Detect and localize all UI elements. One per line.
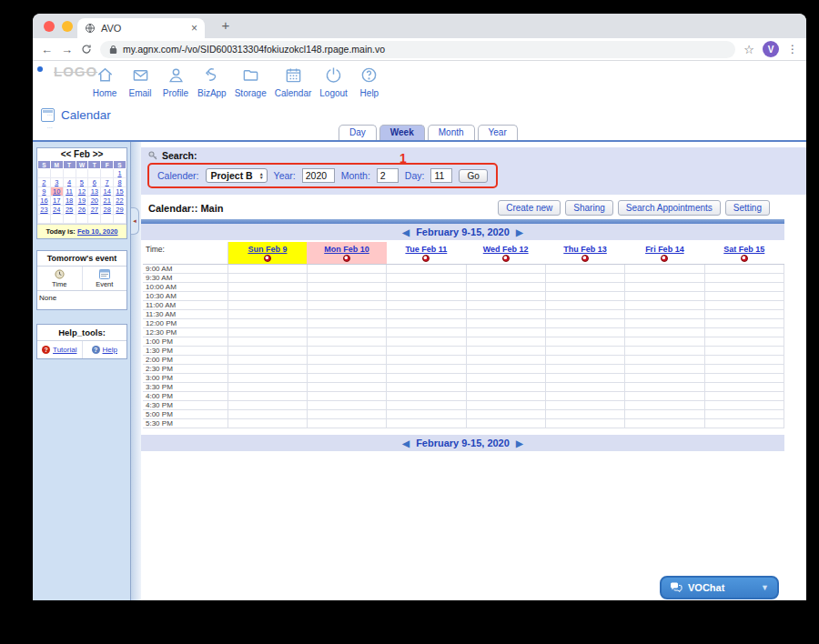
time-slot-cell[interactable] [307,337,386,346]
mini-calendar-day-link[interactable]: 9 [42,187,46,196]
time-slot-cell[interactable] [466,382,545,391]
mini-calendar-day-link[interactable]: 12 [78,187,86,196]
mini-calendar-day-link[interactable]: 8 [117,178,121,186]
mini-calendar-day-link[interactable]: 16 [40,196,47,205]
time-slot-cell[interactable] [625,382,704,391]
day-header-link[interactable]: Mon Feb 10 [307,242,386,254]
time-slot-cell[interactable] [228,409,307,418]
day-input[interactable] [430,168,452,183]
mini-calendar-day-cell[interactable]: 3 [50,178,63,187]
time-slot-cell[interactable] [228,264,307,273]
time-slot-cell[interactable] [228,291,307,300]
month-input[interactable] [377,168,399,183]
time-slot-cell[interactable] [387,382,466,391]
new-appointment-icon[interactable] [581,255,589,262]
calendar-select[interactable]: Project B ▲▼ [206,168,268,183]
search-appointments-button[interactable]: Search Appointments [618,200,721,216]
time-slot-cell[interactable] [228,327,307,337]
mini-calendar-day-link[interactable]: 3 [55,178,58,186]
time-slot-cell[interactable] [228,282,307,291]
time-slot-cell[interactable] [625,391,704,400]
nav-item-profile[interactable]: Profile [162,66,189,98]
setting-button[interactable]: Setting [725,200,770,216]
mini-calendar-day-link[interactable]: 24 [53,206,60,214]
time-slot-cell[interactable] [387,300,466,309]
time-slot-cell[interactable] [625,337,704,346]
next-week-icon[interactable]: ▶ [512,227,527,237]
time-slot-cell[interactable] [387,391,466,400]
time-slot-cell[interactable] [387,364,466,373]
mini-calendar-day-cell[interactable]: 13 [88,187,101,196]
mini-calendar-day-link[interactable]: 11 [66,187,73,196]
time-slot-cell[interactable] [387,346,466,355]
time-slot-cell[interactable] [466,409,545,418]
time-slot-cell[interactable] [704,409,784,418]
mini-calendar-day-cell[interactable]: 1 [114,169,126,178]
sidebar-splitter[interactable]: ◄ [130,142,141,600]
sharing-button[interactable]: Sharing [565,200,612,216]
time-slot-cell[interactable] [625,409,704,418]
nav-item-help[interactable]: Help [356,66,383,98]
time-slot-cell[interactable] [625,291,704,300]
tutorial-link[interactable]: Tutorial [53,346,76,354]
nav-item-storage[interactable]: Storage [235,66,267,98]
mini-calendar-day-cell[interactable]: 5 [76,178,88,187]
mini-calendar-day-link[interactable]: 4 [67,178,71,186]
time-slot-cell[interactable] [466,291,545,300]
time-slot-cell[interactable] [704,382,784,391]
day-header-link[interactable]: Tue Feb 11 [387,242,466,254]
day-header-link[interactable]: Fri Feb 14 [625,242,704,254]
close-tab-icon[interactable]: × [191,22,197,35]
time-slot-cell[interactable] [466,355,545,364]
time-slot-cell[interactable] [545,418,624,428]
new-appointment-icon[interactable] [741,255,748,262]
time-slot-cell[interactable] [387,373,466,382]
year-input[interactable] [302,168,335,183]
time-slot-cell[interactable] [625,355,704,364]
time-slot-cell[interactable] [704,264,784,273]
time-slot-cell[interactable] [704,273,784,282]
new-appointment-icon[interactable] [661,255,668,262]
prev-week-icon[interactable]: ◀ [399,438,413,448]
time-slot-cell[interactable] [625,318,704,327]
time-slot-cell[interactable] [307,318,386,327]
day-header-link[interactable]: Thu Feb 13 [545,242,624,254]
mini-calendar-day-cell[interactable]: 25 [63,206,76,215]
time-slot-cell[interactable] [545,409,624,418]
new-appointment-icon[interactable] [264,255,271,262]
address-bar[interactable]: my.agnx.com/-/vo/SID600313304fokiuzokcl1… [100,41,735,58]
time-slot-cell[interactable] [307,409,386,418]
time-slot-cell[interactable] [387,264,466,273]
time-slot-cell[interactable] [307,373,386,382]
mini-calendar-day-link[interactable]: 22 [116,196,123,205]
time-slot-cell[interactable] [625,327,704,337]
time-slot-cell[interactable] [307,355,386,364]
mini-calendar-day-link[interactable]: 6 [93,178,96,186]
mini-calendar-day-cell[interactable]: 24 [50,206,63,215]
time-slot-cell[interactable] [387,337,466,346]
time-slot-cell[interactable] [625,282,704,291]
minimize-window-icon[interactable] [62,21,73,32]
time-slot-cell[interactable] [387,282,466,291]
mini-calendar-day-cell[interactable]: 20 [88,196,101,206]
time-slot-cell[interactable] [228,309,307,318]
browser-tab[interactable]: AVO × [77,18,205,38]
time-slot-cell[interactable] [307,282,386,291]
time-slot-cell[interactable] [466,327,545,337]
help-link[interactable]: Help [103,346,117,354]
mini-calendar-day-link[interactable]: 26 [78,206,86,214]
time-slot-cell[interactable] [545,291,624,300]
time-slot-cell[interactable] [307,309,386,318]
time-slot-cell[interactable] [704,346,784,355]
time-slot-cell[interactable] [545,337,624,346]
mini-calendar-day-cell[interactable]: 16 [38,196,51,206]
time-slot-cell[interactable] [545,264,624,273]
time-slot-cell[interactable] [625,309,704,318]
view-tab-year[interactable]: Year [478,125,518,140]
day-header-link[interactable]: Sat Feb 15 [704,242,784,254]
time-slot-cell[interactable] [625,346,704,355]
time-slot-cell[interactable] [545,318,624,327]
time-slot-cell[interactable] [387,318,466,327]
tutorial-item[interactable]: ? Tutorial [37,341,82,358]
reload-icon[interactable] [81,44,92,55]
